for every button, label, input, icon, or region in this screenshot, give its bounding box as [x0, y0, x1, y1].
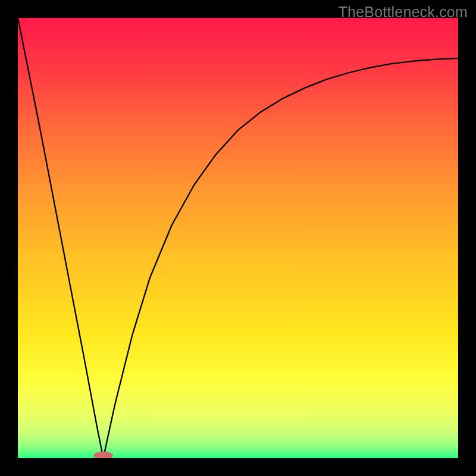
- bottleneck-chart: [18, 18, 458, 458]
- chart-frame: TheBottleneck.com: [0, 0, 476, 476]
- plot-background: [18, 18, 458, 458]
